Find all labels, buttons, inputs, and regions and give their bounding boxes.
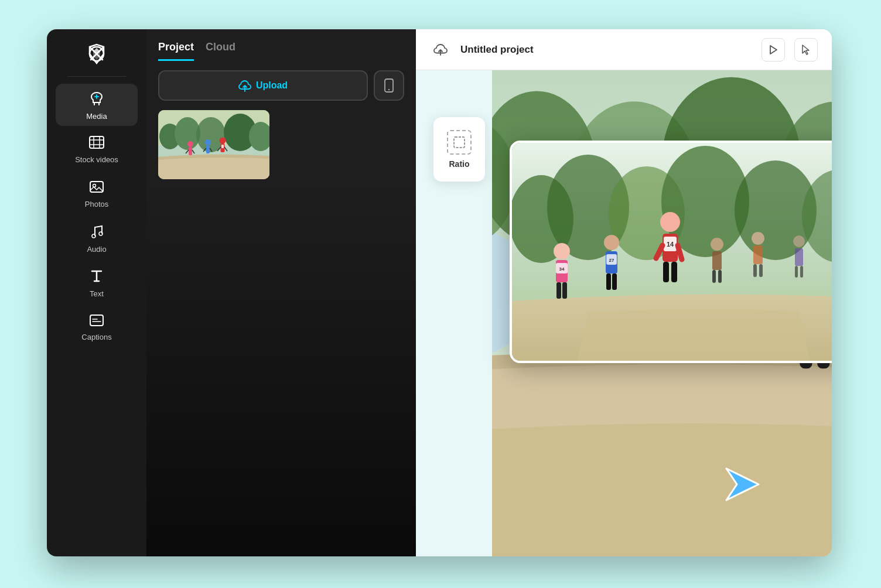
svg-rect-12 [90,315,103,326]
svg-point-87 [752,232,764,245]
sidebar-item-stock-videos[interactable]: Stock videos [56,128,138,170]
captions-icon [89,314,104,329]
sidebar-item-stock-label: Stock videos [75,155,118,164]
app-logo [84,41,110,67]
sidebar: Media Stock videos [47,29,146,556]
svg-rect-85 [712,270,716,283]
sidebar-item-media-label: Media [86,112,107,121]
svg-text:27: 27 [609,258,614,263]
sidebar-item-photos[interactable]: Photos [56,173,138,215]
tab-project[interactable]: Project [158,41,194,61]
svg-rect-29 [206,145,210,153]
svg-point-83 [711,238,723,251]
sidebar-item-text-label: Text [90,289,104,298]
preview-canvas: Ratio [416,70,832,556]
svg-point-91 [793,235,805,247]
panel-fade [146,179,416,556]
svg-rect-3 [90,136,104,148]
photo-icon [89,180,104,196]
sidebar-item-photos-label: Photos [85,200,108,208]
preview-area: Untitled project Ratio [416,29,832,556]
sidebar-item-media[interactable]: Media [56,84,138,126]
sidebar-item-audio[interactable]: Audio [56,217,138,259]
mobile-button[interactable] [374,70,404,101]
media-grid [146,110,416,179]
sidebar-item-audio-label: Audio [87,245,106,254]
svg-point-32 [220,138,226,144]
svg-point-69 [604,235,619,250]
ratio-panel[interactable]: Ratio [433,117,485,182]
media-tabs: Project Cloud [146,29,416,61]
film-grid-icon [88,135,105,152]
svg-rect-74 [612,274,617,290]
svg-rect-34 [221,145,224,148]
video-frame[interactable]: 34 27 [510,141,832,363]
svg-rect-84 [712,251,722,270]
svg-point-63 [554,243,570,259]
sidebar-divider [67,76,126,77]
upload-button[interactable]: Upload [158,70,368,101]
tab-cloud[interactable]: Cloud [206,41,235,61]
svg-rect-92 [795,248,803,266]
media-thumbnail[interactable] [158,110,269,179]
svg-rect-94 [800,266,803,278]
svg-rect-25 [189,147,192,155]
svg-rect-67 [556,282,561,299]
svg-point-75 [660,212,680,232]
sidebar-item-captions[interactable]: Captions [56,306,138,348]
text-t-icon [90,268,104,286]
svg-rect-73 [606,274,611,290]
svg-rect-79 [663,262,669,282]
media-panel: Project Cloud Upload [146,29,416,556]
svg-rect-80 [671,262,677,282]
media-buttons: Upload [146,61,416,110]
media-icon [88,90,105,108]
ratio-label: Ratio [449,159,470,169]
cursor-button[interactable] [794,38,818,61]
preview-header: Untitled project [416,29,832,70]
project-title: Untitled project [460,44,752,56]
svg-rect-37 [454,137,465,148]
svg-point-24 [187,141,193,147]
svg-rect-88 [753,245,763,264]
svg-point-10 [92,234,95,238]
svg-marker-95 [726,469,759,500]
svg-rect-90 [759,264,763,277]
music-note-icon [90,224,104,241]
play-button[interactable] [762,38,785,61]
app-container: Media Stock videos [47,29,832,556]
sidebar-item-text[interactable]: Text [56,262,138,304]
svg-rect-89 [753,264,757,277]
svg-text:34: 34 [559,266,565,272]
svg-point-28 [205,139,211,145]
svg-point-11 [99,232,103,235]
svg-rect-93 [795,266,798,278]
upload-label: Upload [256,80,288,91]
svg-text:14: 14 [667,241,674,248]
svg-point-16 [388,89,390,90]
cursor-arrow [720,463,762,504]
sidebar-item-captions-label: Captions [81,333,111,341]
save-to-cloud-button[interactable] [430,39,451,60]
svg-rect-8 [90,182,103,192]
ratio-icon [447,130,472,155]
svg-rect-68 [562,282,567,299]
svg-rect-86 [718,270,722,283]
